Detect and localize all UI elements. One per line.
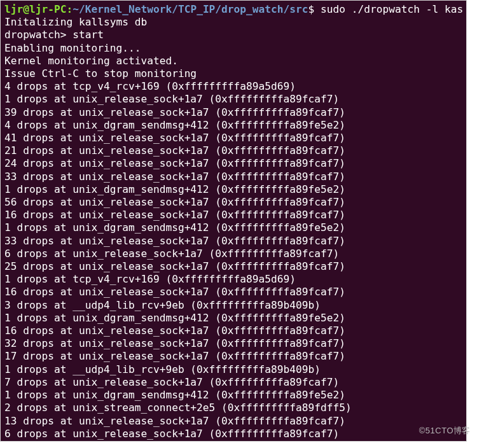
prompt-line: ljr@ljr-PC:~/Kernel_Network/TCP_IP/drop_… [4,3,463,15]
startup-output: Initalizing kallsyms db dropwatch> start… [4,16,197,80]
ps1-path: ~/Kernel_Network/TCP_IP/drop_watch/src [73,3,308,15]
watermark-text: ©51CTO博客 [419,425,471,437]
drop-events: 4 drops at tcp_v4_rcv+169 (0xfffffffffa8… [4,80,352,442]
terminal-window[interactable]: ljr@ljr-PC:~/Kernel_Network/TCP_IP/drop_… [0,0,467,442]
ps1-dollar: $ [308,3,315,15]
entered-command: sudo ./dropwatch -l kas [321,3,463,15]
ps1-sep: : [66,3,73,15]
ps1-user-host: ljr@ljr-PC [4,3,66,15]
